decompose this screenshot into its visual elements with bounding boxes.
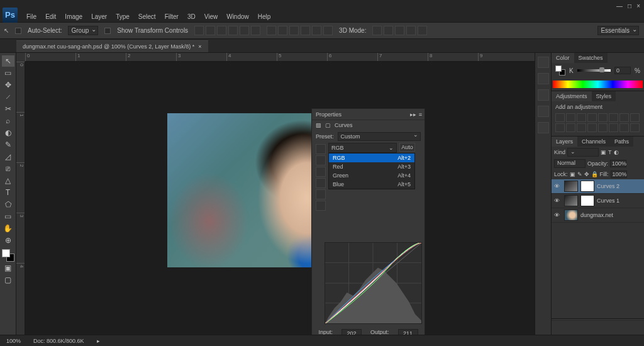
dock-icon[interactable] (538, 106, 549, 117)
filter-icon[interactable]: ◐ (614, 149, 619, 155)
blendmode-dropdown[interactable]: Normal (554, 159, 586, 168)
menu-help[interactable]: Help (254, 12, 275, 21)
tab-swatches[interactable]: Swatches (574, 53, 608, 63)
show-transform-checkbox[interactable] (104, 28, 111, 34)
adj-icon[interactable] (555, 123, 565, 132)
fill-field[interactable]: 100% (611, 170, 627, 178)
menu-select[interactable]: Select (135, 12, 160, 21)
doc-size[interactable]: Doc: 800.6K/800.6K (33, 338, 84, 344)
curves-targeted-tool[interactable] (316, 167, 326, 177)
channel-dropdown[interactable]: RGB⌄ (328, 143, 397, 153)
adj-icon[interactable] (609, 113, 618, 122)
tool-type[interactable]: T (2, 187, 14, 198)
lock-icon[interactable]: ▣ (570, 171, 575, 177)
tab-color[interactable]: Color (552, 53, 574, 63)
layer-thumb[interactable] (564, 181, 578, 192)
document-tab[interactable]: dungmax.net cuu-sang-anh.psd @ 100% (Cur… (16, 40, 208, 52)
tab-adjustments[interactable]: Adjustments (552, 91, 592, 101)
tool-stamp[interactable]: ◿ (2, 151, 14, 162)
dock-icon[interactable] (538, 89, 549, 101)
foreground-color[interactable] (2, 249, 10, 257)
menu-view[interactable]: View (201, 12, 222, 21)
k-slider[interactable] (577, 69, 611, 72)
adj-icon[interactable] (609, 123, 618, 132)
mode3d-icon[interactable] (384, 26, 393, 35)
tab-paths[interactable]: Paths (610, 137, 633, 147)
layer-mask[interactable] (580, 181, 594, 192)
adj-icon[interactable] (619, 113, 629, 122)
menu-type[interactable]: Type (112, 12, 133, 21)
distribute-icon[interactable] (301, 26, 310, 35)
panel-menu-icon[interactable]: ≡ (419, 111, 422, 118)
eye-icon[interactable]: 👁 (554, 212, 562, 218)
lock-icon[interactable]: 🔒 (591, 171, 598, 177)
auto-button[interactable]: Auto (399, 143, 415, 152)
tool-heal[interactable]: ◐ (2, 127, 14, 138)
tool-lasso[interactable]: ✥ (2, 79, 14, 91)
tab-channels[interactable]: Channels (577, 137, 610, 147)
tool-move[interactable]: ↖ (2, 55, 14, 67)
minimize-button[interactable]: — (616, 3, 623, 9)
eye-icon[interactable]: 👁 (554, 183, 562, 189)
layer-thumb[interactable] (564, 195, 578, 206)
preset-dropdown[interactable]: Custom (338, 132, 421, 141)
layer-row[interactable]: 👁 Curves 2 (552, 179, 644, 194)
curves-graph[interactable] (325, 242, 422, 324)
adj-icon[interactable] (630, 123, 640, 132)
tool-gradient[interactable]: △ (2, 175, 14, 186)
distribute-icon[interactable] (312, 26, 321, 35)
mode3d-icon[interactable] (418, 26, 427, 35)
mask-icon[interactable] (581, 323, 590, 332)
adj-icon[interactable] (566, 113, 575, 122)
align-icon[interactable] (206, 26, 215, 35)
menu-filter[interactable]: Filter (161, 12, 182, 21)
curves-draw-tool[interactable] (316, 155, 326, 165)
adj-icon[interactable] (555, 113, 565, 122)
align-icon[interactable] (194, 26, 204, 35)
tool-hand[interactable]: ✋ (2, 223, 14, 234)
auto-select-checkbox[interactable] (15, 28, 21, 34)
mode3d-icon[interactable] (372, 26, 382, 35)
adj-icon[interactable] (619, 123, 629, 132)
curves-point-tool[interactable] (316, 144, 326, 154)
quickmask-toggle[interactable]: ▣ (2, 262, 14, 274)
screenmode-toggle[interactable]: ▢ (2, 274, 14, 286)
distribute-icon[interactable] (323, 26, 333, 35)
adj-icon[interactable] (587, 123, 597, 132)
dock-icon[interactable] (538, 57, 549, 68)
channel-option-green[interactable]: GreenAlt+4 (329, 171, 414, 180)
menu-image[interactable]: Image (61, 12, 86, 21)
color-spectrum[interactable] (553, 81, 643, 88)
dock-icon[interactable] (538, 122, 549, 133)
adj-icon[interactable] (630, 113, 640, 122)
adjustment-layer-icon[interactable] (594, 323, 602, 332)
auto-select-dropdown[interactable]: Group (68, 26, 98, 35)
ruler-horizontal[interactable]: 0123456789 (25, 53, 535, 62)
distribute-icon[interactable] (278, 26, 287, 35)
status-chevron-icon[interactable]: ▸ (97, 338, 100, 344)
tool-pen[interactable]: ⬠ (2, 199, 14, 210)
eye-icon[interactable]: 👁 (554, 198, 562, 204)
align-icon[interactable] (251, 26, 260, 35)
tool-zoom[interactable]: ⊕ (2, 235, 14, 246)
curves-sampler-black[interactable] (316, 178, 326, 188)
tool-eraser[interactable]: ⎚ (2, 163, 14, 174)
menu-layer[interactable]: Layer (87, 12, 111, 21)
adj-icon[interactable] (587, 113, 597, 122)
channel-option-rgb[interactable]: RGBAlt+2 (329, 153, 414, 162)
tab-styles[interactable]: Styles (592, 91, 616, 101)
link-icon[interactable] (557, 323, 565, 332)
curves-sampler-white[interactable] (316, 201, 326, 211)
panel-collapse-icon[interactable]: ▸▸ (410, 111, 416, 118)
tool-wand[interactable]: ⟋ (2, 91, 14, 103)
foreground-background-colors[interactable] (2, 249, 14, 262)
k-value[interactable]: 0 (614, 67, 631, 74)
menu-edit[interactable]: Edit (42, 12, 60, 21)
close-button[interactable]: × (636, 3, 640, 9)
tool-shape[interactable]: ▭ (2, 211, 14, 222)
dock-icon[interactable] (538, 73, 549, 84)
adj-icon[interactable] (598, 113, 608, 122)
mode3d-icon[interactable] (395, 26, 404, 35)
canvas-area[interactable]: 0123456789 01234 Properties ▸▸≡ ▧ ▢ Curv… (16, 53, 535, 335)
tool-eyedropper[interactable]: ⌕ (2, 115, 14, 126)
